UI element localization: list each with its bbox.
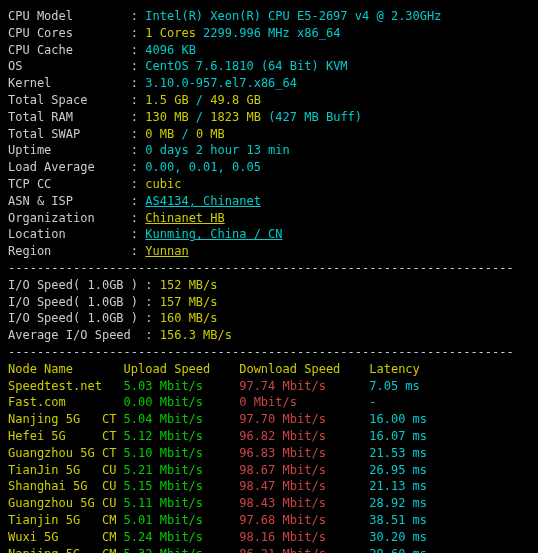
value-part: KVM <box>326 59 348 73</box>
download: 97.74 Mbit/s <box>239 379 369 393</box>
latency: 30.20 ms <box>369 530 427 544</box>
output-line: Total Space : 1.5 GB / 49.8 GB <box>8 92 530 109</box>
value: 157 MB/s <box>160 295 218 309</box>
download: 97.68 Mbit/s <box>239 513 369 527</box>
label: Location <box>8 227 131 241</box>
value-part: 49.8 GB <box>210 93 261 107</box>
node-name: Guangzhou 5G CT <box>8 446 124 460</box>
output-line: CPU Cache : 4096 KB <box>8 42 530 59</box>
upload: 5.24 Mbit/s <box>124 530 240 544</box>
upload: 5.11 Mbit/s <box>124 496 240 510</box>
label: Total SWAP <box>8 127 131 141</box>
value: 4096 KB <box>145 43 196 57</box>
value-part: / <box>189 110 211 124</box>
output-line: Wuxi 5G CM 5.24 Mbit/s 98.16 Mbit/s 30.2… <box>8 529 530 546</box>
value-part: (427 MB Buff) <box>261 110 362 124</box>
download: 0 Mbit/s <box>239 395 369 409</box>
output-line: I/O Speed( 1.0GB ) : 160 MB/s <box>8 310 530 327</box>
label: Uptime <box>8 143 131 157</box>
output-line: Hefei 5G CT 5.12 Mbit/s 96.82 Mbit/s 16.… <box>8 428 530 445</box>
value-part: / <box>189 93 211 107</box>
label: Region <box>8 244 131 258</box>
value-part: 1 Cores <box>145 26 196 40</box>
colon: : <box>131 43 145 57</box>
col-header: Download Speed <box>239 362 369 376</box>
value: Yunnan <box>145 244 188 258</box>
output-line: TianJin 5G CU 5.21 Mbit/s 98.67 Mbit/s 2… <box>8 462 530 479</box>
latency: 38.51 ms <box>369 513 427 527</box>
label: Load Average <box>8 160 131 174</box>
output-line: Guangzhou 5G CU 5.11 Mbit/s 98.43 Mbit/s… <box>8 495 530 512</box>
value: Chinanet HB <box>145 211 224 225</box>
node-name: TianJin 5G CU <box>8 463 124 477</box>
colon: : <box>131 194 145 208</box>
output-line: Fast.com 0.00 Mbit/s 0 Mbit/s - <box>8 394 530 411</box>
download: 96.83 Mbit/s <box>239 446 369 460</box>
label: TCP CC <box>8 177 131 191</box>
output-line: CPU Cores : 1 Cores 2299.996 MHz x86_64 <box>8 25 530 42</box>
output-line: Total RAM : 130 MB / 1823 MB (427 MB Buf… <box>8 109 530 126</box>
label: CPU Model <box>8 9 131 23</box>
node-name: Tianjin 5G CM <box>8 513 124 527</box>
node-name: Hefei 5G CT <box>8 429 124 443</box>
separator: ----------------------------------------… <box>8 345 514 359</box>
output-line: ASN & ISP : AS4134, Chinanet <box>8 193 530 210</box>
label: I/O Speed( 1.0GB ) <box>8 311 145 325</box>
colon: : <box>131 211 145 225</box>
value: cubic <box>145 177 181 191</box>
value-part: CentOS 7.6.1810 (64 Bit) <box>145 59 326 73</box>
colon: : <box>131 127 145 141</box>
output-line: Guangzhou 5G CT 5.10 Mbit/s 96.83 Mbit/s… <box>8 445 530 462</box>
terminal-output: CPU Model : Intel(R) Xeon(R) CPU E5-2697… <box>8 8 530 553</box>
download: 86.21 Mbit/s <box>239 547 369 554</box>
label: Total RAM <box>8 110 131 124</box>
latency: 21.13 ms <box>369 479 427 493</box>
value: 156.3 MB/s <box>160 328 232 342</box>
upload: 5.03 Mbit/s <box>124 379 240 393</box>
colon: : <box>131 26 145 40</box>
upload: 5.32 Mbit/s <box>124 547 240 554</box>
value: Kunming, China / CN <box>145 227 282 241</box>
upload: 5.12 Mbit/s <box>124 429 240 443</box>
node-name: Speedtest.net <box>8 379 124 393</box>
latency: 29.60 ms <box>369 547 427 554</box>
node-name: Nanjing 5G CM <box>8 547 124 554</box>
output-line: Tianjin 5G CM 5.01 Mbit/s 97.68 Mbit/s 3… <box>8 512 530 529</box>
colon: : <box>131 59 145 73</box>
node-name: Wuxi 5G CM <box>8 530 124 544</box>
node-name: Fast.com <box>8 395 124 409</box>
upload: 5.10 Mbit/s <box>124 446 240 460</box>
output-line: Total SWAP : 0 MB / 0 MB <box>8 126 530 143</box>
value-part: x86_64 <box>297 26 340 40</box>
output-line: Node Name Upload Speed Download Speed La… <box>8 361 530 378</box>
label: OS <box>8 59 131 73</box>
label: CPU Cores <box>8 26 131 40</box>
upload: 5.15 Mbit/s <box>124 479 240 493</box>
separator: ----------------------------------------… <box>8 261 514 275</box>
colon: : <box>145 328 159 342</box>
value: AS4134, Chinanet <box>145 194 261 208</box>
label: Organization <box>8 211 131 225</box>
output-line: I/O Speed( 1.0GB ) : 152 MB/s <box>8 277 530 294</box>
value-part: 2299.996 MHz <box>196 26 297 40</box>
output-line: Kernel : 3.10.0-957.el7.x86_64 <box>8 75 530 92</box>
output-line: CPU Model : Intel(R) Xeon(R) CPU E5-2697… <box>8 8 530 25</box>
output-line: Shanghai 5G CU 5.15 Mbit/s 98.47 Mbit/s … <box>8 478 530 495</box>
colon: : <box>131 143 145 157</box>
value-part: 1823 MB <box>210 110 261 124</box>
latency: - <box>369 395 376 409</box>
output-line: Organization : Chinanet HB <box>8 210 530 227</box>
output-line: I/O Speed( 1.0GB ) : 157 MB/s <box>8 294 530 311</box>
value: 3.10.0-957.el7.x86_64 <box>145 76 297 90</box>
value-part: 130 MB <box>145 110 188 124</box>
output-line: Nanjing 5G CM 5.32 Mbit/s 86.21 Mbit/s 2… <box>8 546 530 554</box>
output-line: Nanjing 5G CT 5.04 Mbit/s 97.70 Mbit/s 1… <box>8 411 530 428</box>
col-header: Node Name <box>8 362 124 376</box>
download: 98.16 Mbit/s <box>239 530 369 544</box>
node-name: Nanjing 5G CT <box>8 412 124 426</box>
node-name: Guangzhou 5G CU <box>8 496 124 510</box>
value: 160 MB/s <box>160 311 218 325</box>
upload: 5.04 Mbit/s <box>124 412 240 426</box>
value-part: 0 MB <box>145 127 174 141</box>
col-header: Latency <box>369 362 420 376</box>
